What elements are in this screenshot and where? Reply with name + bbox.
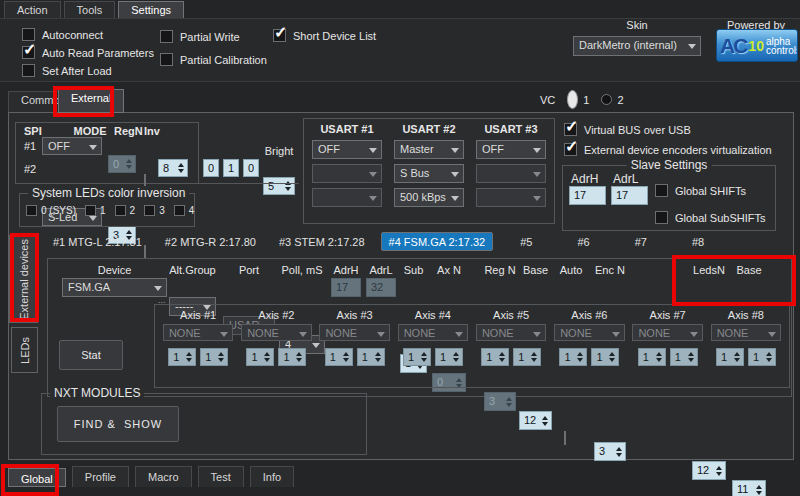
usart1-select-1[interactable]: OFF xyxy=(312,140,382,159)
checkbox-partial-calibration[interactable]: Partial Calibration xyxy=(160,53,267,66)
skin-select[interactable]: DarkMetro (internal) xyxy=(573,36,701,56)
spi-digit-1[interactable]: 1 xyxy=(223,159,239,177)
axis-6-spinner-a[interactable]: 1 xyxy=(559,348,587,366)
axis-7-spinner-a[interactable]: 1 xyxy=(638,348,666,366)
usart1-select-2[interactable] xyxy=(312,164,382,183)
axis-4-spinner-a[interactable]: 1 xyxy=(403,348,431,366)
spi-digit-0[interactable]: 0 xyxy=(203,159,219,177)
spi1-mode-select[interactable]: OFF xyxy=(42,137,102,155)
usart3-select-1[interactable]: OFF xyxy=(476,140,546,159)
axis-2-spinner-a[interactable]: 1 xyxy=(246,348,274,366)
side-tab-leds[interactable]: LEDs xyxy=(11,327,38,373)
vc-option-2[interactable]: 2 xyxy=(601,94,623,106)
slave-adrl-field[interactable]: 17 xyxy=(611,186,648,205)
led-inv-3-checkbox[interactable]: 3 xyxy=(144,205,165,216)
regn-param-spinner[interactable]: 3 xyxy=(484,392,516,411)
axis-3-select[interactable]: NONE xyxy=(319,324,389,341)
spin-value: 1 xyxy=(440,351,446,363)
slave-settings-title: Slave Settings xyxy=(627,158,712,172)
slave-adrh-field[interactable]: 17 xyxy=(569,186,606,205)
checkbox-global-subshifts[interactable]: Global SubSHIFTs xyxy=(655,211,765,224)
checkbox-partial-write[interactable]: Partial Write xyxy=(160,30,267,43)
chevron-down-icon xyxy=(690,332,698,337)
axis-5-spinner-b[interactable]: 1 xyxy=(513,348,541,366)
bright-spinner[interactable]: 5 xyxy=(263,177,295,195)
tab-global[interactable]: Global xyxy=(8,468,66,487)
checkbox-checked-icon xyxy=(564,123,577,136)
led-inv-1-checkbox[interactable]: 1 xyxy=(85,205,106,216)
leds-base-spinner[interactable]: 11 xyxy=(732,480,766,496)
checkbox-autoconnect[interactable]: Autoconnect xyxy=(22,28,154,41)
axis-title: Axis #1 xyxy=(180,309,216,321)
axis-6-select[interactable]: NONE xyxy=(554,324,624,341)
checkbox-short-device-list[interactable]: Short Device List xyxy=(273,29,376,42)
device-tab-5[interactable]: #5 xyxy=(502,233,550,251)
checkbox-icon xyxy=(115,205,126,216)
bottom-tab-bar: Global Profile Macro Test Info xyxy=(8,466,294,487)
usart2-select-1[interactable]: Master xyxy=(394,140,464,159)
tab-external[interactable]: External xyxy=(58,89,124,113)
find-show-button[interactable]: FIND & SHOW xyxy=(57,406,179,442)
usart2-select-3[interactable]: 500 kBps xyxy=(394,188,464,207)
axis-8-select[interactable]: NONE xyxy=(711,324,781,341)
usart1-select-3[interactable] xyxy=(312,188,382,207)
device-select[interactable]: FSM.GA xyxy=(62,278,167,297)
checkbox-global-shifts[interactable]: Global SHIFTs xyxy=(655,184,746,197)
checkbox-checked-icon xyxy=(22,46,35,59)
axis-8-spinner-a[interactable]: 1 xyxy=(716,348,744,366)
usart3-select-3[interactable] xyxy=(476,188,546,207)
device-tab-1[interactable]: #1 MTG-L 2:17.81 xyxy=(46,233,149,251)
checkbox-set-after-load[interactable]: Set After Load xyxy=(22,64,154,77)
usart3-title: USART #3 xyxy=(476,123,546,135)
tab-test[interactable]: Test xyxy=(198,466,244,487)
spin-value: 1 xyxy=(251,351,257,363)
stat-button[interactable]: Stat xyxy=(59,340,123,370)
tab-macro[interactable]: Macro xyxy=(135,466,192,487)
axis-3-spinner-b[interactable]: 1 xyxy=(357,348,385,366)
device-tab-6[interactable]: #6 xyxy=(559,233,607,251)
device-tab-2[interactable]: #2 MTG-R 2:17.80 xyxy=(158,233,263,251)
spinner-arrows-icon xyxy=(342,351,350,363)
axis-6-spinner-b[interactable]: 1 xyxy=(591,348,619,366)
usart2-select-2[interactable]: S Bus xyxy=(394,164,464,183)
vc-option-1[interactable]: 1 xyxy=(567,90,589,109)
device-tab-3[interactable]: #3 STEM 2:17.28 xyxy=(272,233,372,251)
spi-digit-2[interactable]: 0 xyxy=(243,159,259,177)
axis-2-select[interactable]: NONE xyxy=(241,324,311,341)
usart3-select-2[interactable] xyxy=(476,164,546,183)
led-inv-4-checkbox[interactable]: 4 xyxy=(174,205,195,216)
axis-1-spinner-a[interactable]: 1 xyxy=(168,348,196,366)
device-tab-7[interactable]: #7 xyxy=(617,233,665,251)
checkbox-auto-read-parameters[interactable]: Auto Read Parameters xyxy=(22,46,154,59)
slave-settings-group: Slave Settings AdrH AdrL 17 17 Global SH… xyxy=(562,165,776,231)
axis-5-spinner-a[interactable]: 1 xyxy=(481,348,509,366)
axis-4-select[interactable]: NONE xyxy=(398,324,468,341)
auto-checkbox[interactable] xyxy=(564,431,566,445)
checkbox-virtual-bus[interactable]: Virtual BUS over USB xyxy=(564,123,691,136)
checkbox-encoders-virtualization[interactable]: External device encoders virtualization xyxy=(564,143,772,156)
side-tab-external-devices[interactable]: External devices xyxy=(9,235,38,323)
spi2-extra-spinner[interactable]: 8 xyxy=(158,159,188,177)
tab-profile[interactable]: Profile xyxy=(72,466,129,487)
axis-1-spinner-b[interactable]: 1 xyxy=(200,348,228,366)
axis-5-select[interactable]: NONE xyxy=(476,324,546,341)
led-inv-0-checkbox[interactable]: 0 (SYS) xyxy=(26,205,76,216)
spin-value: 1 xyxy=(205,351,211,363)
chevron-down-icon xyxy=(377,332,385,337)
axis-2-spinner-b[interactable]: 1 xyxy=(278,348,306,366)
device-tab-8[interactable]: #8 xyxy=(674,233,722,251)
base-spinner[interactable]: 12 xyxy=(519,411,552,430)
select-value: NONE xyxy=(638,327,687,339)
encn-spinner[interactable]: 3 xyxy=(594,442,626,461)
led-inv-2-checkbox[interactable]: 2 xyxy=(115,205,136,216)
axis-3-spinner-a[interactable]: 1 xyxy=(325,348,353,366)
axis-7-select[interactable]: NONE xyxy=(632,324,702,341)
spi1-regn-spinner[interactable]: 0 xyxy=(108,155,136,173)
axis-1-select[interactable]: NONE xyxy=(163,324,233,341)
axis-7-spinner-b[interactable]: 1 xyxy=(670,348,698,366)
axis-8-spinner-b[interactable]: 1 xyxy=(748,348,776,366)
device-tab-4[interactable]: #4 FSM.GA 2:17.32 xyxy=(381,232,494,251)
ledsn-spinner[interactable]: 12 xyxy=(692,461,726,480)
axis-4-spinner-b[interactable]: 1 xyxy=(435,348,463,366)
tab-info[interactable]: Info xyxy=(250,466,294,487)
